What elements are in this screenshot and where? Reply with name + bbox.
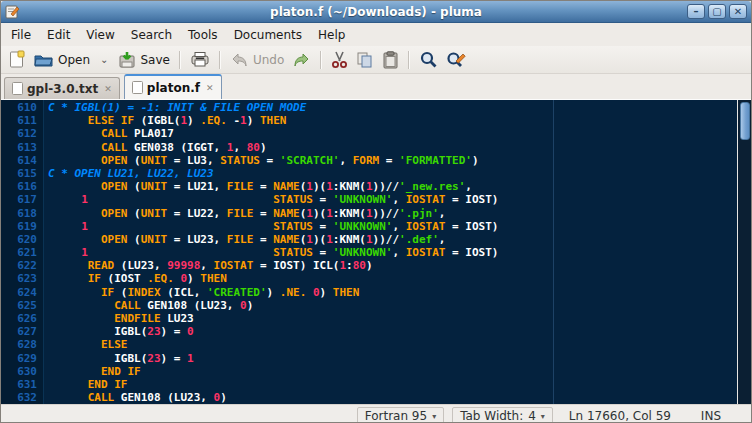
code-text: IF (INDEX (ICL, 'CREATED') .NE. 0) THEN: [44, 286, 359, 299]
code-text: 1 STATUS = 'UNKNOWN', IOSTAT = IOST): [44, 246, 498, 259]
menu-edit[interactable]: Edit: [39, 25, 78, 45]
toolbar-separator: [219, 51, 221, 69]
code-text: C * IGBL(1) = -1: INIT & FILE OPEN MODE: [44, 101, 306, 114]
code-line: 630 END IF: [1, 365, 737, 378]
statusbar: Fortran 95 ▾ Tab Width: 4 ▾ Ln 17660, Co…: [1, 404, 751, 423]
menu-search[interactable]: Search: [123, 25, 180, 45]
menu-tools[interactable]: Tools: [180, 25, 226, 45]
code-line: 611 ELSE IF (IGBL(1) .EQ. -1) THEN: [1, 114, 737, 127]
code-line: 621 1 STATUS = 'UNKNOWN', IOSTAT = IOST): [1, 246, 737, 259]
menu-documents[interactable]: Documents: [226, 25, 310, 45]
line-number: 628: [1, 338, 44, 351]
code-line: 610C * IGBL(1) = -1: INIT & FILE OPEN MO…: [1, 101, 737, 114]
code-text: OPEN (UNIT = LU21, FILE = NAME(1)(1:KNM(…: [44, 180, 472, 193]
code-line: 616 OPEN (UNIT = LU21, FILE = NAME(1)(1:…: [1, 180, 737, 193]
open-button-label: Open: [58, 53, 90, 67]
titlebar: platon.f (~/Downloads) - pluma – ▢ ✕: [1, 1, 751, 23]
line-number: 625: [1, 299, 44, 312]
open-folder-icon: [34, 52, 54, 68]
menu-file[interactable]: File: [3, 25, 39, 45]
line-number: 611: [1, 114, 44, 127]
print-button[interactable]: [186, 49, 214, 70]
save-icon: [118, 51, 136, 69]
code-line: 628 ELSE: [1, 338, 737, 351]
line-number: 627: [1, 325, 44, 338]
replace-button[interactable]: [442, 49, 470, 71]
line-number: 620: [1, 233, 44, 246]
line-number: 631: [1, 378, 44, 391]
close-button[interactable]: ✕: [729, 4, 747, 19]
code-line: 620 OPEN (UNIT = LU23, FILE = NAME(1)(1:…: [1, 233, 737, 246]
paste-button[interactable]: [378, 49, 403, 71]
code-text: END IF: [44, 378, 128, 391]
insert-mode-indicator: INS: [701, 409, 721, 423]
find-icon: [419, 51, 438, 69]
find-button[interactable]: [415, 49, 442, 71]
language-selector[interactable]: Fortran 95 ▾: [357, 407, 444, 423]
line-number: 618: [1, 207, 44, 220]
line-number: 629: [1, 352, 44, 365]
copy-icon: [356, 51, 374, 69]
code-line: 629 IGBL(23) = 1: [1, 352, 737, 365]
toolbar: Open ⌄ Save Undo: [1, 46, 751, 74]
scrollbar-thumb[interactable]: [740, 102, 750, 140]
open-button[interactable]: Open: [30, 50, 94, 70]
code-text: IGBL(23) = 1: [44, 352, 194, 365]
code-line: 615C * OPEN LU21, LU22, LU23: [1, 167, 737, 180]
window-title: platon.f (~/Downloads) - pluma: [1, 5, 751, 19]
code-text: READ (LU23, 99998, IOSTAT = IOST) ICL(1:…: [44, 259, 373, 272]
undo-button-label: Undo: [253, 53, 284, 67]
pluma-window: platon.f (~/Downloads) - pluma – ▢ ✕ Fil…: [0, 0, 752, 423]
code-text: CALL GEN108 (LU23, 0): [44, 391, 227, 404]
vertical-scrollbar[interactable]: [737, 100, 751, 404]
tab-width-selector[interactable]: Tab Width: 4 ▾: [452, 407, 553, 423]
tab-close-icon[interactable]: ✕: [102, 84, 112, 94]
menubar: File Edit View Search Tools Documents He…: [1, 23, 751, 46]
copy-button[interactable]: [352, 49, 378, 71]
undo-icon: [230, 52, 249, 68]
code-text: CALL GEN038 (IGGT, 1, 80): [44, 141, 267, 154]
line-number: 624: [1, 286, 44, 299]
minimize-button[interactable]: –: [687, 4, 705, 19]
dropdown-arrow-icon: ▾: [432, 412, 436, 421]
tab-platon-f[interactable]: platon.f ✕: [124, 74, 222, 99]
code-line: 619 1 STATUS = 'UNKNOWN', IOSTAT = IOST): [1, 220, 737, 233]
dropdown-arrow-icon: ▾: [541, 412, 545, 421]
code-text: C * OPEN LU21, LU22, LU23: [44, 167, 214, 180]
code-line: 612 CALL PLA017: [1, 127, 737, 140]
code-line: 618 OPEN (UNIT = LU22, FILE = NAME(1)(1:…: [1, 207, 737, 220]
code-line: 631 END IF: [1, 378, 737, 391]
toolbar-separator: [179, 51, 181, 69]
editor-view[interactable]: 610C * IGBL(1) = -1: INIT & FILE OPEN MO…: [1, 99, 751, 404]
cut-icon: [331, 51, 348, 69]
code-line: 625 CALL GEN108 (LU23, 0): [1, 299, 737, 312]
menu-help[interactable]: Help: [310, 25, 353, 45]
tab-close-icon[interactable]: ✕: [204, 83, 214, 93]
chevron-down-icon: ⌄: [98, 54, 110, 65]
maximize-button[interactable]: ▢: [708, 4, 726, 19]
code-text: ENDFILE LU23: [44, 312, 194, 325]
save-button-label: Save: [140, 53, 169, 67]
language-label: Fortran 95: [365, 409, 427, 423]
menu-view[interactable]: View: [78, 25, 122, 45]
paste-icon: [382, 51, 399, 69]
open-recent-dropdown[interactable]: ⌄: [94, 52, 114, 67]
code-line: 632 CALL GEN108 (LU23, 0): [1, 391, 737, 404]
line-number: 617: [1, 193, 44, 206]
code-line: 623 IF (IOST .EQ. 0) THEN: [1, 272, 737, 285]
line-number: 614: [1, 154, 44, 167]
code-text: IF (IOST .EQ. 0) THEN: [44, 272, 227, 285]
redo-button[interactable]: [288, 50, 315, 70]
window-controls: – ▢ ✕: [687, 4, 747, 19]
code-text: OPEN (UNIT = LU22, FILE = NAME(1)(1:KNM(…: [44, 207, 445, 220]
save-button[interactable]: Save: [114, 49, 173, 71]
code-text: OPEN (UNIT = LU3, STATUS = 'SCRATCH', FO…: [44, 154, 479, 167]
undo-button[interactable]: Undo: [226, 50, 288, 70]
code-lines: 610C * IGBL(1) = -1: INIT & FILE OPEN MO…: [1, 101, 737, 404]
new-document-button[interactable]: [5, 48, 30, 71]
document-icon: [12, 82, 23, 95]
code-line: 626 ENDFILE LU23: [1, 312, 737, 325]
document-icon: [132, 81, 143, 94]
tab-gpl-3-0-txt[interactable]: gpl-3.0.txt ✕: [4, 77, 120, 99]
cut-button[interactable]: [327, 49, 352, 71]
